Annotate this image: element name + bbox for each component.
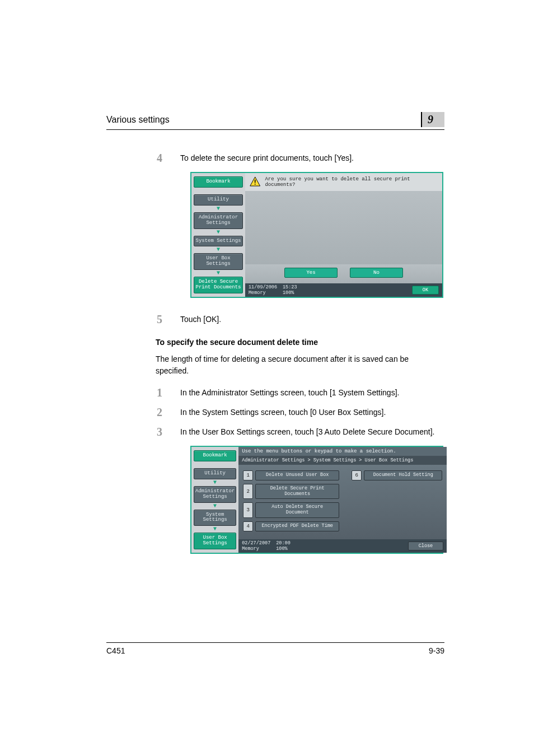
header-title: Various settings	[106, 115, 170, 125]
step-text: To delete the secure print documents, to…	[180, 152, 437, 164]
utility-button[interactable]: Utility	[194, 468, 236, 479]
utility-button[interactable]: Utility	[194, 194, 243, 206]
bookmark-button[interactable]: Bookmark	[194, 176, 243, 188]
admin-settings-button[interactable]: Administrator Settings	[194, 212, 243, 229]
menu-number[interactable]: 1	[243, 470, 253, 480]
instruction-bar: Use the menu buttons or keypad to make a…	[238, 447, 447, 456]
menu-item-6: 6 Document Hold Setting	[352, 470, 442, 480]
touchscreen-panel-confirm: Bookmark Utility ▼ Administrator Setting…	[190, 172, 443, 298]
menu-number[interactable]: 3	[243, 502, 253, 518]
delete-unused-user-box-button[interactable]: Delete Unused User Box	[255, 470, 339, 480]
step-1: 1 In the Administrator Settings screen, …	[157, 387, 437, 399]
warning-text: Are you sure you want to delete all secu…	[265, 176, 438, 188]
close-button[interactable]: Close	[408, 542, 444, 550]
footer-memory-value: 100%	[276, 546, 291, 552]
section-heading: To specify the secure document delete ti…	[156, 338, 444, 347]
step-number: 5	[157, 314, 167, 325]
section-body: The length of time for deleting a secure…	[156, 353, 430, 377]
arrow-down-icon: ▼	[194, 270, 243, 276]
arrow-down-icon: ▼	[194, 230, 243, 235]
step-text: Touch [OK].	[180, 314, 437, 325]
step-text: In the Administrator Settings screen, to…	[180, 387, 437, 399]
user-box-settings-button[interactable]: User Box Settings	[194, 533, 236, 549]
panel1-midspace	[245, 191, 442, 264]
svg-rect-1	[255, 180, 256, 183]
warning-icon	[250, 176, 260, 186]
menu-number[interactable]: 4	[243, 521, 253, 531]
document-hold-setting-button[interactable]: Document Hold Setting	[364, 470, 442, 480]
page-number: 9-39	[429, 646, 444, 655]
footer-memory-value: 100%	[283, 290, 297, 296]
system-settings-button[interactable]: System Settings	[194, 236, 243, 247]
arrow-down-icon: ▼	[194, 526, 236, 532]
footer-memory-label: Memory	[242, 546, 270, 552]
step-5: 5 Touch [OK].	[157, 314, 437, 325]
step-text: In the User Box Settings screen, touch […	[180, 426, 437, 438]
breadcrumb: Administrator Settings > System Settings…	[238, 456, 447, 465]
panel2-footer: 02/27/2007 Memory 20:00 100% Close	[238, 539, 447, 553]
step-3: 3 In the User Box Settings screen, touch…	[157, 426, 437, 438]
step-text: In the System Settings screen, touch [0 …	[180, 407, 437, 418]
bookmark-button[interactable]: Bookmark	[194, 450, 236, 461]
page-footer: C451 9-39	[106, 642, 444, 655]
encrypted-pdf-delete-time-button[interactable]: Encrypted PDF Delete Time	[255, 521, 339, 531]
menu-item-2: 2 Delete Secure Print Documents	[243, 484, 442, 500]
delete-secure-print-button[interactable]: Delete Secure Print Documents	[194, 277, 243, 293]
panel1-content: Are you sure you want to delete all secu…	[245, 173, 442, 297]
ok-button[interactable]: OK	[412, 286, 439, 295]
svg-rect-2	[255, 184, 256, 185]
chapter-number: 9	[421, 112, 444, 127]
warning-row: Are you sure you want to delete all secu…	[245, 173, 442, 191]
footer-date: 02/27/2007	[242, 540, 270, 546]
touchscreen-panel-menu: Bookmark Utility ▼ Administrator Setting…	[190, 446, 443, 554]
panel2-content: Use the menu buttons or keypad to make a…	[238, 447, 447, 553]
arrow-down-icon: ▼	[194, 206, 243, 212]
footer-time: 15:23	[283, 284, 297, 290]
menu-number[interactable]: 6	[352, 470, 362, 480]
footer-date: 11/09/2006	[249, 284, 277, 290]
footer-time: 20:00	[276, 540, 291, 546]
step-number: 4	[157, 152, 167, 164]
arrow-down-icon: ▼	[194, 503, 236, 509]
menu-item-4: 4 Encrypted PDF Delete Time	[243, 521, 442, 531]
step-number: 2	[157, 407, 167, 418]
step-2: 2 In the System Settings screen, touch […	[157, 407, 437, 418]
panel2-sidebar: Bookmark Utility ▼ Administrator Setting…	[191, 447, 238, 553]
auto-delete-secure-document-button[interactable]: Auto Delete Secure Document	[255, 502, 339, 518]
yes-no-row: Yes No	[245, 264, 442, 283]
page-header: Various settings 9	[106, 112, 444, 130]
menu-item-3: 3 Auto Delete Secure Document	[243, 502, 442, 518]
step-4: 4 To delete the secure print documents, …	[157, 152, 437, 164]
step-number: 3	[157, 426, 167, 438]
menu-number[interactable]: 2	[243, 484, 253, 500]
footer-memory-label: Memory	[249, 290, 277, 296]
menu-item-1: 1 Delete Unused User Box	[243, 470, 339, 480]
arrow-down-icon: ▼	[194, 247, 243, 253]
system-settings-button[interactable]: System Settings	[194, 510, 236, 526]
admin-settings-button[interactable]: Administrator Settings	[194, 486, 236, 503]
user-box-settings-button[interactable]: User Box Settings	[194, 253, 243, 270]
step-number: 1	[157, 387, 167, 399]
yes-button[interactable]: Yes	[284, 268, 338, 278]
no-button[interactable]: No	[350, 268, 403, 278]
panel1-footer: 11/09/2006 Memory 15:23 100% OK	[245, 283, 442, 297]
menu-area: 1 Delete Unused User Box 6 Document Hold…	[238, 465, 447, 539]
panel1-sidebar: Bookmark Utility ▼ Administrator Setting…	[191, 173, 245, 297]
model-label: C451	[106, 646, 125, 655]
delete-secure-print-documents-button[interactable]: Delete Secure Print Documents	[255, 484, 339, 500]
arrow-down-icon: ▼	[194, 480, 236, 486]
